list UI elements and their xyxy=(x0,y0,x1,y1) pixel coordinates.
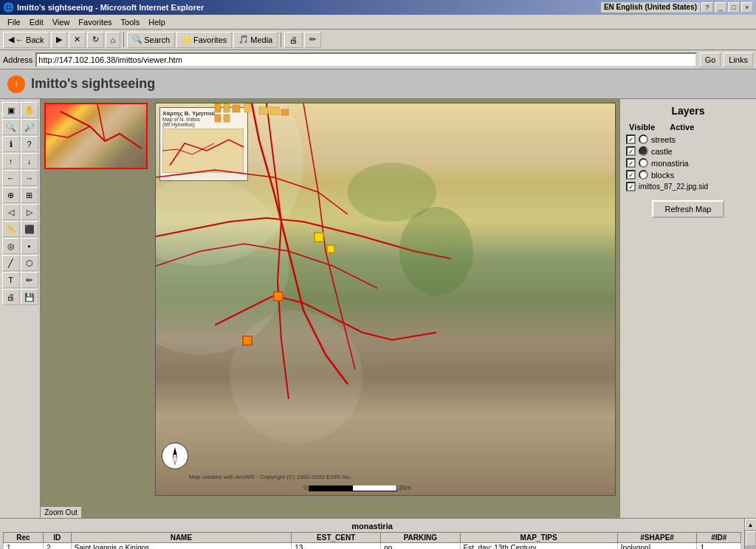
layer-name-image: imittos_87_22.jpg.sid xyxy=(639,183,750,191)
refresh-button[interactable]: ↻ xyxy=(87,32,104,48)
tool-full-extent[interactable]: ⊞ xyxy=(21,187,38,203)
tool-zoom-in[interactable]: 🔍 xyxy=(2,119,20,135)
tool-pan[interactable]: ✋ xyxy=(21,102,38,118)
tool-down[interactable]: ↓ xyxy=(21,153,38,169)
scroll-thumb[interactable] xyxy=(746,531,756,546)
search-button[interactable]: 🔍 Search xyxy=(127,32,175,48)
app-header: i Imitto's sightseeing xyxy=(0,69,756,99)
maximize-btn[interactable]: □ xyxy=(728,2,740,13)
menu-favorites[interactable]: Favorites xyxy=(74,16,116,28)
menu-edit[interactable]: Edit xyxy=(25,16,48,28)
svg-rect-9 xyxy=(281,109,289,115)
tool-query[interactable]: ? xyxy=(21,136,38,152)
table-row[interactable]: 12Saint Ioannis o Kinigos13noEst_day: 13… xyxy=(4,543,741,550)
svg-rect-13 xyxy=(243,336,252,345)
map-thumbnail[interactable] xyxy=(44,103,148,169)
svg-point-15 xyxy=(399,207,473,296)
menu-tools[interactable]: Tools xyxy=(117,16,145,28)
layer-active-blocks[interactable] xyxy=(639,170,648,180)
media-button[interactable]: 🎵 Media xyxy=(233,32,278,48)
col-map-tips: MAP_TIPS xyxy=(460,533,617,543)
edit-button[interactable]: ✏ xyxy=(304,32,321,48)
layers-title: Layers xyxy=(626,105,750,117)
menu-help[interactable]: Help xyxy=(144,16,170,28)
tool-point[interactable]: • xyxy=(21,238,38,254)
layer-row-streets: ✓ streets xyxy=(626,134,750,144)
menu-bar: File Edit View Favorites Tools Help xyxy=(0,15,756,30)
scroll-up-btn[interactable]: ▲ xyxy=(745,519,757,531)
layer-visible-blocks[interactable]: ✓ xyxy=(626,170,636,180)
tool-measure[interactable]: 📏 xyxy=(2,221,20,237)
layer-active-monastiria[interactable] xyxy=(639,158,648,168)
toolbar-separator-1 xyxy=(123,33,124,47)
col-name: NAME xyxy=(71,533,292,543)
tool-right[interactable]: → xyxy=(21,170,38,186)
layers-panel: Layers Visible Active ✓ streets ✓ castle… xyxy=(619,99,756,518)
zoom-out-label: Zoom Out xyxy=(41,506,81,518)
lang-indicator: EN English (United States) xyxy=(601,2,700,13)
bottom-area: monastiria Rec ID NAME EST_CENT PARKING … xyxy=(0,518,756,549)
toolbar-separator-2 xyxy=(281,33,281,47)
tool-zoom-out[interactable]: 🔎 xyxy=(21,119,38,135)
layer-row-image: ✓ imittos_87_22.jpg.sid xyxy=(626,182,750,191)
address-bar: Address Go Links xyxy=(0,50,756,69)
toolbar: ◀ ← Back ▶ ✕ ↻ ⌂ 🔍 Search ⭐ Favorites 🎵 … xyxy=(0,30,756,50)
layer-name-blocks: blocks xyxy=(651,171,750,180)
tool-left[interactable]: ← xyxy=(2,170,20,186)
links-button[interactable]: Links xyxy=(724,52,753,67)
scale-start: 0 xyxy=(303,484,307,491)
map-background: Χάρτης Β. Υμηττού Map of N. Imitos (Mt H… xyxy=(156,103,615,495)
svg-rect-2 xyxy=(224,103,230,112)
tool-select[interactable]: ▣ xyxy=(2,102,20,118)
stop-button[interactable]: ✕ xyxy=(69,32,86,48)
layer-active-streets[interactable] xyxy=(639,134,648,144)
tool-identify[interactable]: ℹ xyxy=(2,136,20,152)
forward-button[interactable]: ▶ xyxy=(51,32,67,48)
layer-name-castle: castle xyxy=(651,147,750,156)
browser-icon: 🌐 xyxy=(3,2,14,13)
window-title: Imitto's sightseeing - Microsoft Interne… xyxy=(17,3,204,12)
tool-export[interactable]: 💾 xyxy=(21,289,38,305)
layer-visible-streets[interactable]: ✓ xyxy=(626,134,636,144)
svg-marker-16 xyxy=(173,447,177,456)
layer-visible-castle[interactable]: ✓ xyxy=(626,146,636,156)
help-btn[interactable]: ? xyxy=(701,2,713,13)
menu-file[interactable]: File xyxy=(3,16,25,28)
refresh-icon: ↻ xyxy=(92,35,99,44)
tool-line[interactable]: ╱ xyxy=(2,255,20,271)
print-button[interactable]: 🖨 xyxy=(284,32,303,48)
edit-icon: ✏ xyxy=(309,35,316,44)
svg-rect-6 xyxy=(224,115,230,122)
map-main[interactable]: Χάρτης Β. Υμηττού Map of N. Imitos (Mt H… xyxy=(155,103,616,496)
layer-active-castle[interactable] xyxy=(639,146,648,156)
tool-next-extent[interactable]: ▷ xyxy=(21,204,38,220)
tool-up[interactable]: ↑ xyxy=(2,153,20,169)
main-content: ▣ ✋ 🔍 🔎 ℹ ? ↑ ↓ ← → ⊕ ⊞ ◁ ▷ 📏 ⬛ xyxy=(0,99,756,518)
tool-print[interactable]: 🖨 xyxy=(2,289,20,305)
tool-polygon[interactable]: ⬡ xyxy=(21,255,38,271)
tool-prev-extent[interactable]: ◁ xyxy=(2,204,20,220)
layer-visible-monastiria[interactable]: ✓ xyxy=(626,158,636,168)
minimize-btn[interactable]: _ xyxy=(715,2,726,13)
vertical-scrollbar[interactable]: ▲ ▼ xyxy=(744,519,756,549)
map-area[interactable]: Χάρτης Β. Υμηττού Map of N. Imitos (Mt H… xyxy=(41,99,619,518)
address-input[interactable] xyxy=(35,52,696,67)
map-scalebar: 0 2km xyxy=(303,484,411,491)
close-btn[interactable]: × xyxy=(741,2,753,13)
tool-text[interactable]: T xyxy=(2,272,20,288)
tool-area[interactable]: ⬛ xyxy=(21,221,38,237)
tool-edit2[interactable]: ✏ xyxy=(21,272,38,288)
svg-rect-8 xyxy=(270,107,279,115)
home-button[interactable]: ⌂ xyxy=(106,32,121,48)
thumbnail-image xyxy=(46,104,146,168)
layer-visible-image[interactable]: ✓ xyxy=(626,182,636,191)
go-button[interactable]: Go xyxy=(700,52,721,67)
tool-center[interactable]: ⊕ xyxy=(2,187,20,203)
back-button[interactable]: ◀ ← Back xyxy=(3,32,49,48)
col-rec: Rec xyxy=(4,533,44,543)
menu-view[interactable]: View xyxy=(48,16,75,28)
favorites-button[interactable]: ⭐ Favorites xyxy=(176,32,232,48)
layer-row-monastiria: ✓ monastiria xyxy=(626,158,750,168)
tool-buffer[interactable]: ◎ xyxy=(2,238,20,254)
refresh-map-button[interactable]: Refresh Map xyxy=(652,200,725,218)
